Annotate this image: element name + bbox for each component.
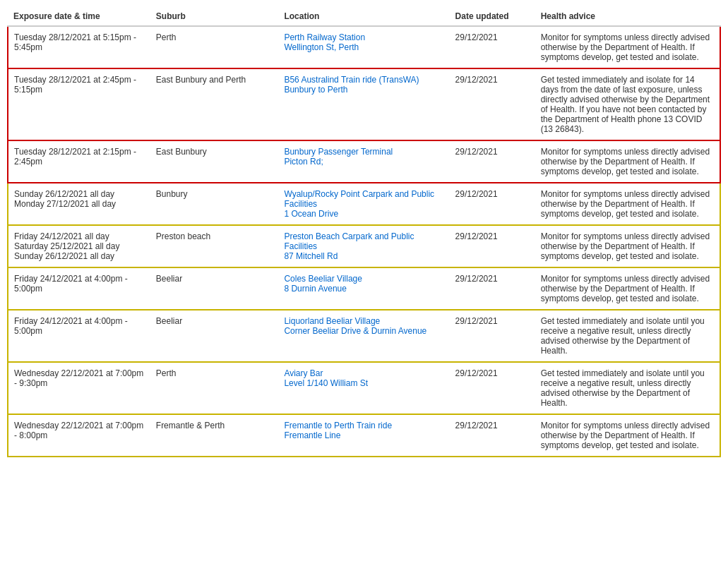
table-row: Tuesday 28/12/2021 at 5:15pm - 5:45pmPer…	[8, 26, 720, 68]
cell-date-updated: 29/12/2021	[450, 68, 535, 140]
cell-location: Wyalup/Rocky Point Carpark and Public Fa…	[278, 183, 449, 225]
cell-date-updated: 29/12/2021	[450, 267, 535, 310]
cell-location: Perth Railway Station Wellington St, Per…	[278, 26, 449, 68]
cell-suburb: Perth	[150, 362, 279, 414]
table-row: Wednesday 22/12/2021 at 7:00pm - 9:30pmP…	[8, 362, 720, 414]
column-header-suburb: Suburb	[150, 7, 279, 26]
cell-health-advice: Monitor for symptoms unless directly adv…	[535, 225, 720, 267]
cell-location: Coles Beeliar Village 8 Durnin Avenue	[278, 267, 449, 310]
cell-date-updated: 29/12/2021	[450, 310, 535, 362]
cell-suburb: East Bunbury	[150, 140, 279, 183]
cell-health-advice: Get tested immediately and isolate for 1…	[535, 68, 720, 140]
cell-date-updated: 29/12/2021	[450, 140, 535, 183]
cell-date-updated: 29/12/2021	[450, 26, 535, 68]
cell-location: Aviary Bar Level 1/140 William St	[278, 362, 449, 414]
cell-date-updated: 29/12/2021	[450, 225, 535, 267]
column-header-location: Location	[278, 7, 449, 26]
column-header-exposure-date: Exposure date & time	[8, 7, 150, 26]
cell-exposure-date: Friday 24/12/2021 at 4:00pm - 5:00pm	[8, 267, 150, 310]
table-row: Tuesday 28/12/2021 at 2:15pm - 2:45pmEas…	[8, 140, 720, 183]
cell-location: B56 Australind Train ride (TransWA) Bunb…	[278, 68, 449, 140]
cell-location: Bunbury Passenger Terminal Picton Rd;	[278, 140, 449, 183]
cell-suburb: Beeliar	[150, 267, 279, 310]
cell-health-advice: Monitor for symptoms unless directly adv…	[535, 183, 720, 225]
cell-health-advice: Monitor for symptoms unless directly adv…	[535, 26, 720, 68]
cell-health-advice: Monitor for symptoms unless directly adv…	[535, 267, 720, 310]
cell-exposure-date: Tuesday 28/12/2021 at 2:45pm - 5:15pm	[8, 68, 150, 140]
cell-exposure-date: Friday 24/12/2021 all day Saturday 25/12…	[8, 225, 150, 267]
table-row: Friday 24/12/2021 at 4:00pm - 5:00pmBeel…	[8, 267, 720, 310]
cell-suburb: Bunbury	[150, 183, 279, 225]
cell-exposure-date: Tuesday 28/12/2021 at 5:15pm - 5:45pm	[8, 26, 150, 68]
cell-health-advice: Get tested immediately and isolate until…	[535, 310, 720, 362]
table-row: Tuesday 28/12/2021 at 2:45pm - 5:15pmEas…	[8, 68, 720, 140]
cell-suburb: Preston beach	[150, 225, 279, 267]
cell-location: Preston Beach Carpark and Public Facilit…	[278, 225, 449, 267]
column-header-date-updated: Date updated	[450, 7, 535, 26]
cell-location: Fremantle to Perth Train ride Fremantle …	[278, 414, 449, 457]
cell-date-updated: 29/12/2021	[450, 414, 535, 457]
cell-exposure-date: Wednesday 22/12/2021 at 7:00pm - 8:00pm	[8, 414, 150, 457]
cell-health-advice: Monitor for symptoms unless directly adv…	[535, 140, 720, 183]
cell-suburb: Beeliar	[150, 310, 279, 362]
cell-suburb: Perth	[150, 26, 279, 68]
cell-exposure-date: Wednesday 22/12/2021 at 7:00pm - 9:30pm	[8, 362, 150, 414]
table-row: Sunday 26/12/2021 all day Monday 27/12/2…	[8, 183, 720, 225]
cell-location: Liquorland Beeliar Village Corner Beelia…	[278, 310, 449, 362]
cell-health-advice: Monitor for symptoms unless directly adv…	[535, 414, 720, 457]
cell-exposure-date: Friday 24/12/2021 at 4:00pm - 5:00pm	[8, 310, 150, 362]
table-row: Friday 24/12/2021 at 4:00pm - 5:00pmBeel…	[8, 310, 720, 362]
cell-date-updated: 29/12/2021	[450, 362, 535, 414]
cell-health-advice: Get tested immediately and isolate until…	[535, 362, 720, 414]
table-row: Friday 24/12/2021 all day Saturday 25/12…	[8, 225, 720, 267]
cell-date-updated: 29/12/2021	[450, 183, 535, 225]
cell-exposure-date: Sunday 26/12/2021 all day Monday 27/12/2…	[8, 183, 150, 225]
cell-suburb: Fremantle & Perth	[150, 414, 279, 457]
table-row: Wednesday 22/12/2021 at 7:00pm - 8:00pmF…	[8, 414, 720, 457]
cell-exposure-date: Tuesday 28/12/2021 at 2:15pm - 2:45pm	[8, 140, 150, 183]
cell-suburb: East Bunbury and Perth	[150, 68, 279, 140]
column-header-health-advice: Health advice	[535, 7, 720, 26]
